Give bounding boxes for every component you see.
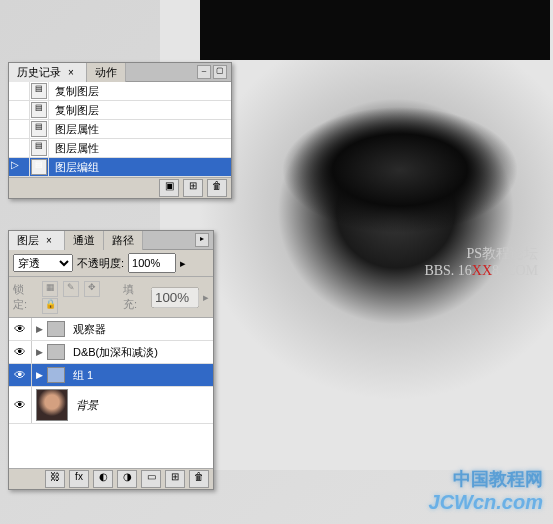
lock-icons: ▦ ✎ ✥ 🔒 [41, 280, 119, 314]
watermark-line1: PS教程论坛 [424, 245, 538, 263]
watermark-brand: 中国教程网 JCWcn.com [429, 467, 543, 514]
close-icon[interactable]: × [42, 235, 56, 246]
layer-icon: ▤ [31, 121, 47, 137]
layers-tabs: 图层 × 通道 路径 ▸ [9, 231, 213, 250]
mask-button[interactable]: ◐ [93, 470, 113, 488]
layer-item-active[interactable]: 👁 ▶ 组 1 [9, 364, 213, 387]
lock-row: 锁定: ▦ ✎ ✥ 🔒 填充: ▸ [9, 277, 213, 318]
expand-arrow-icon[interactable]: ▶ [36, 370, 43, 380]
lock-label: 锁定: [13, 282, 37, 312]
layers-footer: ⛓ fx ◐ ◑ ▭ ⊞ 🗑 [9, 468, 213, 489]
lock-transparent-icon[interactable]: ▦ [42, 281, 58, 297]
history-item[interactable]: ▤ 图层属性 [9, 120, 231, 139]
panel-controls: – ▢ [197, 65, 231, 79]
fill-input [151, 287, 199, 308]
history-panel: 历史记录 × 动作 – ▢ ▤ 复制图层 ▤ 复制图层 ▤ 图层属性 ▤ 图层属… [8, 62, 232, 199]
history-tabs: 历史记录 × 动作 – ▢ [9, 63, 231, 82]
image-dark-region [200, 0, 550, 60]
chevron-icon: ▸ [203, 291, 209, 304]
layer-options-row: 穿透 不透明度: ▸ [9, 250, 213, 277]
history-item[interactable]: ▤ 图层属性 [9, 139, 231, 158]
history-list: ▤ 复制图层 ▤ 复制图层 ▤ 图层属性 ▤ 图层属性 ▷▤ 图层编组 [9, 82, 231, 177]
tab-channels[interactable]: 通道 [65, 231, 104, 250]
menu-icon[interactable]: ▸ [195, 233, 209, 247]
link-button[interactable]: ⛓ [45, 470, 65, 488]
fx-button[interactable]: fx [69, 470, 89, 488]
delete-button[interactable]: 🗑 [207, 179, 227, 197]
tab-actions[interactable]: 动作 [87, 63, 126, 82]
layer-item-background[interactable]: 👁 背景 [9, 387, 213, 424]
maximize-icon[interactable]: ▢ [213, 65, 227, 79]
blend-mode-select[interactable]: 穿透 [13, 254, 73, 272]
history-footer: ▣ ⊞ 🗑 [9, 177, 231, 198]
new-layer-button[interactable]: ⊞ [165, 470, 185, 488]
tab-history[interactable]: 历史记录 × [9, 63, 87, 82]
new-document-button[interactable]: ⊞ [183, 179, 203, 197]
layer-thumbnail [36, 389, 68, 421]
delete-layer-button[interactable]: 🗑 [189, 470, 209, 488]
layer-icon: ▤ [31, 102, 47, 118]
layer-icon: ▤ [31, 83, 47, 99]
folder-icon [47, 344, 65, 360]
lock-all-icon[interactable]: 🔒 [42, 298, 58, 314]
empty-layer-space [9, 424, 213, 468]
new-snapshot-button[interactable]: ▣ [159, 179, 179, 197]
opacity-label: 不透明度: [77, 256, 124, 271]
panel-controls: ▸ [195, 233, 213, 247]
opacity-input[interactable] [128, 253, 176, 273]
layer-icon: ▤ [31, 159, 47, 175]
minimize-icon[interactable]: – [197, 65, 211, 79]
tab-paths[interactable]: 路径 [104, 231, 143, 250]
lock-move-icon[interactable]: ✥ [84, 281, 100, 297]
visibility-toggle[interactable]: 👁 [9, 341, 32, 363]
history-item[interactable]: ▤ 复制图层 [9, 101, 231, 120]
adjustment-button[interactable]: ◑ [117, 470, 137, 488]
visibility-toggle[interactable]: 👁 [9, 364, 32, 386]
layer-item[interactable]: 👁 ▶ D&B(加深和减淡) [9, 341, 213, 364]
history-item-active[interactable]: ▷▤ 图层编组 [9, 158, 231, 177]
folder-icon [47, 321, 65, 337]
close-icon[interactable]: × [64, 67, 78, 78]
image-eye-region [260, 80, 540, 260]
folder-icon [47, 367, 65, 383]
watermark-line2: BBS. 16XX8. COM [424, 263, 538, 279]
layers-list: 👁 ▶ 观察器 👁 ▶ D&B(加深和减淡) 👁 ▶ 组 1 � [9, 318, 213, 468]
layers-panel: 图层 × 通道 路径 ▸ 穿透 不透明度: ▸ 锁定: ▦ ✎ ✥ 🔒 填充: … [8, 230, 214, 490]
visibility-toggle[interactable]: 👁 [9, 318, 32, 340]
fill-label: 填充: [123, 282, 147, 312]
group-button[interactable]: ▭ [141, 470, 161, 488]
tab-layers[interactable]: 图层 × [9, 231, 65, 250]
expand-arrow-icon[interactable]: ▶ [36, 324, 43, 334]
expand-arrow-icon[interactable]: ▶ [36, 347, 43, 357]
watermark-forum: PS教程论坛 BBS. 16XX8. COM [424, 245, 538, 279]
watermark-brand-cn: 中国教程网 [429, 467, 543, 491]
chevron-icon[interactable]: ▸ [180, 257, 186, 270]
layer-icon: ▤ [31, 140, 47, 156]
visibility-toggle[interactable]: 👁 [9, 387, 32, 423]
lock-brush-icon[interactable]: ✎ [63, 281, 79, 297]
pointer-icon: ▷ [11, 159, 19, 170]
history-item[interactable]: ▤ 复制图层 [9, 82, 231, 101]
watermark-brand-url: JCWcn.com [429, 491, 543, 514]
layer-item[interactable]: 👁 ▶ 观察器 [9, 318, 213, 341]
